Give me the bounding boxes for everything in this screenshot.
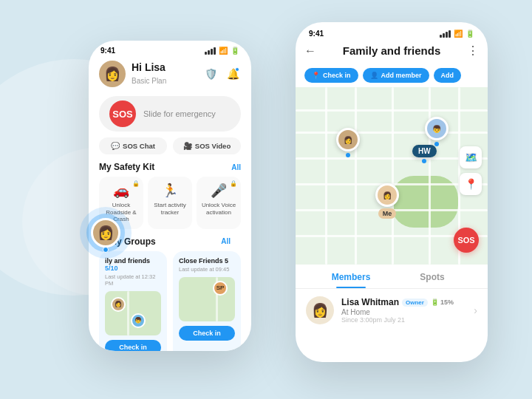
status-icons-right: 📶 🔋 bbox=[440, 30, 474, 38]
kit-voice-label: Unlock Voice activation bbox=[201, 202, 236, 216]
group-family-title: ily and friends 5/10 bbox=[105, 257, 161, 272]
back-button[interactable]: ← bbox=[304, 44, 316, 58]
group-family-update: Last update at 12:32 PM bbox=[105, 273, 161, 287]
greeting-text: Hi Lisa bbox=[132, 61, 166, 73]
group-close-update: Last update at 09:45 bbox=[179, 266, 235, 273]
video-label: SOS Video bbox=[195, 142, 231, 150]
member-location: At Home bbox=[341, 308, 466, 316]
add-member-button[interactable]: 👤 Add member bbox=[363, 68, 429, 83]
time-right: 9:41 bbox=[309, 30, 324, 38]
member-row-lisa[interactable]: 👩 Lisa Whitman Owner 🔋 15% At Home Since… bbox=[306, 296, 477, 324]
safety-kit-title: My Safety Kit bbox=[99, 162, 154, 172]
shield-icon[interactable]: 🛡️ bbox=[202, 66, 219, 82]
more-button[interactable]: ⋮ bbox=[467, 44, 479, 58]
map-pin-me: 👩 Me bbox=[375, 183, 399, 219]
map-layers-button[interactable]: 🗺️ bbox=[460, 146, 482, 168]
right-phone: 9:41 📶 🔋 ← Family and friends ⋮ 📍 Check … bbox=[296, 22, 488, 362]
checkin-action-button[interactable]: 📍 Check in bbox=[304, 68, 358, 83]
group-close-map: SP bbox=[179, 277, 235, 321]
group-card-family[interactable]: ily and friends 5/10 Last update at 12:3… bbox=[99, 251, 167, 351]
kit-tracker-label: Start activity tracker bbox=[152, 202, 188, 216]
battery-icon-right: 🔋 bbox=[466, 30, 474, 38]
member-since: Since 3:00pm July 21 bbox=[341, 316, 466, 324]
map-pin-hw: HW bbox=[412, 145, 437, 163]
map-pin-avatar-3: 👦 bbox=[425, 117, 449, 146]
map-pin-1: 👩 bbox=[111, 297, 126, 312]
tab-spots[interactable]: Spots bbox=[392, 265, 473, 288]
avatar: 👩 bbox=[91, 218, 120, 248]
wifi-icon-left: 📶 bbox=[219, 47, 228, 55]
left-phone: 9:41 📶 🔋 👩 Hi Lisa Basic Plan 🛡️ 🔔 bbox=[89, 41, 251, 351]
checkin-button-family[interactable]: Check in bbox=[105, 340, 161, 351]
page-title: Family and friends bbox=[321, 44, 463, 57]
map-area[interactable]: 👩 HW 👩 Me 👦 SOS 🗺️ 📍 bbox=[296, 87, 488, 265]
status-icons-left: 📶 🔋 bbox=[205, 47, 239, 55]
owner-badge: Owner bbox=[402, 299, 428, 307]
sos-button[interactable]: SOS bbox=[109, 100, 136, 127]
map-pin-sp: SP bbox=[213, 281, 228, 296]
user-avatar-left: 👩 bbox=[99, 61, 126, 87]
group-family-map: 👩 👦 bbox=[105, 291, 161, 335]
sos-slider[interactable]: SOS Slide for emergency bbox=[99, 96, 241, 132]
notification-dot bbox=[235, 67, 239, 72]
time-left: 9:41 bbox=[100, 47, 115, 55]
signal-right bbox=[440, 30, 451, 38]
sos-slide-text: Slide for emergency bbox=[143, 109, 216, 118]
member-avatar-lisa: 👩 bbox=[306, 296, 334, 324]
sos-video-button[interactable]: 🎥 SOS Video bbox=[173, 137, 241, 154]
right-action-bar: 📍 Check in 👤 Add member Add bbox=[296, 64, 488, 87]
lock-icon-voice: 🔒 bbox=[230, 180, 237, 187]
bell-icon[interactable]: 🔔 bbox=[225, 66, 241, 82]
checkin-icon: 📍 bbox=[312, 72, 320, 79]
member-name-text: Lisa Whitman bbox=[341, 297, 399, 307]
wifi-icon-right: 📶 bbox=[454, 30, 463, 38]
location-dot bbox=[103, 247, 109, 253]
lock-icon: 🔒 bbox=[132, 180, 140, 187]
video-icon: 🎥 bbox=[183, 142, 192, 150]
battery-icon-left: 🔋 bbox=[231, 47, 239, 55]
groups-all[interactable]: All bbox=[221, 237, 231, 245]
chat-label: SOS Chat bbox=[123, 142, 155, 150]
map-location-button[interactable]: 📍 bbox=[460, 173, 482, 195]
chevron-right-icon: › bbox=[474, 304, 477, 316]
group-card-close[interactable]: Close Friends 5 Last update at 09:45 SP … bbox=[173, 251, 241, 351]
add-button[interactable]: Add bbox=[434, 68, 462, 83]
safety-kit-all[interactable]: All bbox=[231, 163, 241, 171]
sos-chat-button[interactable]: 💬 SOS Chat bbox=[99, 137, 167, 154]
safety-kit-header: My Safety Kit All bbox=[89, 162, 251, 177]
map-pin-2: 👦 bbox=[131, 313, 146, 328]
tabs-bar: Members Spots bbox=[296, 265, 488, 289]
signal-left bbox=[205, 47, 216, 55]
groups-cards: ily and friends 5/10 Last update at 12:3… bbox=[99, 251, 241, 351]
status-bar-left: 9:41 📶 🔋 bbox=[89, 41, 251, 58]
checkin-button-close[interactable]: Check in bbox=[179, 326, 235, 341]
add-member-icon: 👤 bbox=[370, 72, 378, 79]
members-list: 👩 Lisa Whitman Owner 🔋 15% At Home Since… bbox=[296, 289, 488, 332]
kit-item-voice[interactable]: 🎤 🔒 Unlock Voice activation bbox=[197, 177, 241, 229]
right-header: ← Family and friends ⋮ bbox=[296, 41, 488, 64]
action-row: 💬 SOS Chat 🎥 SOS Video bbox=[99, 137, 241, 154]
map-pin-avatar-1: 👩 bbox=[336, 128, 360, 157]
map-toolbar: 🗺️ 📍 bbox=[460, 146, 482, 195]
map-sos-button[interactable]: SOS bbox=[454, 228, 479, 253]
floating-person-chip: 👩 bbox=[80, 207, 132, 259]
chat-icon: 💬 bbox=[111, 142, 120, 150]
tab-members[interactable]: Members bbox=[310, 265, 392, 288]
app-header-left: 👩 Hi Lisa Basic Plan 🛡️ 🔔 bbox=[89, 58, 251, 93]
kit-item-tracker[interactable]: 🏃 Start activity tracker bbox=[148, 177, 192, 229]
group-close-title: Close Friends 5 bbox=[179, 257, 235, 265]
battery-indicator: 🔋 15% bbox=[431, 299, 454, 306]
status-bar-right: 9:41 📶 🔋 bbox=[296, 22, 488, 41]
plan-text: Basic Plan bbox=[132, 77, 166, 85]
